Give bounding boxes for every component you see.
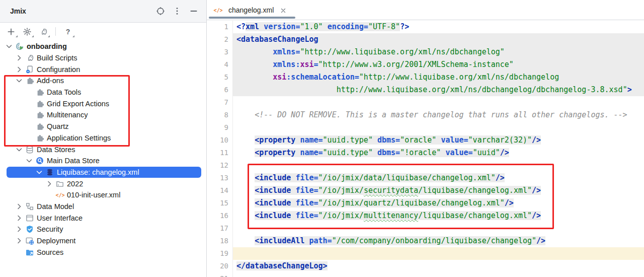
- code-text[interactable]: <property name="uuid.type" dbms="!oracle…: [233, 147, 644, 159]
- tree-item-multitenancy[interactable]: Multitenancy: [0, 109, 206, 121]
- code-text[interactable]: <include file="/io/jmix/data/liquibase/c…: [233, 172, 644, 184]
- code-text[interactable]: <?xml version="1.0" encoding="UTF-8"?>: [233, 21, 644, 33]
- code-text[interactable]: [233, 272, 644, 277]
- code-text[interactable]: [233, 222, 644, 235]
- code-line-9[interactable]: 9: [207, 121, 644, 134]
- line-number: 17: [207, 222, 233, 235]
- gradle-elephant-icon[interactable]: [38, 27, 48, 37]
- code-text[interactable]: [233, 96, 644, 109]
- db-icon: [25, 145, 34, 154]
- code-text[interactable]: [233, 121, 644, 134]
- tree-item-label: Security: [37, 225, 63, 233]
- code-text[interactable]: [233, 247, 644, 260]
- code-line-11[interactable]: 11 <property name="uuid.type" dbms="!ora…: [207, 147, 644, 159]
- tree-item-grid-export-actions[interactable]: Grid Export Actions: [0, 98, 206, 109]
- tree-item-2022[interactable]: 2022: [0, 178, 206, 189]
- tree-item-quartz[interactable]: Quartz: [0, 121, 206, 132]
- help-icon[interactable]: ?: [63, 27, 73, 37]
- code-line-8[interactable]: 8 <!-- DO NOT REMOVE. This is a master c…: [207, 109, 644, 121]
- code-line-19[interactable]: 19: [207, 247, 644, 260]
- code-text[interactable]: http://www.liquibase.org/xml/ns/dbchange…: [233, 84, 644, 96]
- chevron-down-icon[interactable]: [15, 77, 23, 85]
- tab-changelog-xml[interactable]: </> changelog.xml: [213, 6, 287, 15]
- hide-panel-icon[interactable]: [189, 7, 198, 16]
- code-line-20[interactable]: 20</databaseChangeLog>: [207, 260, 644, 272]
- chevron-down-icon[interactable]: [5, 42, 13, 50]
- tree-item-data-tools[interactable]: Data Tools: [0, 87, 206, 98]
- tree-item-onboarding[interactable]: onboarding: [0, 41, 206, 52]
- code-line-21[interactable]: 21: [207, 272, 644, 277]
- svg-text:</>: </>: [214, 7, 222, 13]
- tree-item-application-settings[interactable]: Application Settings: [0, 132, 206, 144]
- add-icon[interactable]: [6, 27, 16, 37]
- code-line-6[interactable]: 6 http://www.liquibase.org/xml/ns/dbchan…: [207, 84, 644, 96]
- tree-item-configuration[interactable]: Configuration: [0, 63, 206, 75]
- code-text[interactable]: <databaseChangeLog: [233, 33, 644, 46]
- panel-title: Jmix: [10, 7, 26, 15]
- tree-item-label: Add-ons: [37, 77, 64, 85]
- code-text[interactable]: xsi:schemaLocation="http://www.liquibase…: [233, 71, 644, 84]
- chevron-down-icon[interactable]: [15, 146, 23, 154]
- tree-item-add-ons[interactable]: Add-ons: [0, 75, 206, 87]
- code-editor[interactable]: 1<?xml version="1.0" encoding="UTF-8"?>2…: [207, 21, 644, 277]
- code-text[interactable]: <include file="/io/jmix/quartz/liquibase…: [233, 197, 644, 210]
- code-line-10[interactable]: 10 <property name="uuid.type" dbms="orac…: [207, 134, 644, 147]
- tree-item-deployment[interactable]: Deployment: [0, 235, 206, 247]
- code-line-14[interactable]: 14 <include file="/io/jmix/securitydata/…: [207, 184, 644, 197]
- chevron-right-icon[interactable]: [15, 225, 23, 233]
- line-number: 5: [207, 71, 233, 84]
- code-line-7[interactable]: 7: [207, 96, 644, 109]
- code-line-2[interactable]: 2<databaseChangeLog: [207, 33, 644, 46]
- tree-item-label: Sources: [37, 248, 63, 256]
- tool-window-header: Jmix: [0, 0, 206, 23]
- code-text[interactable]: <include file="/io/jmix/securitydata/liq…: [233, 184, 644, 197]
- chevron-right-icon[interactable]: [15, 65, 23, 74]
- code-line-1[interactable]: 1<?xml version="1.0" encoding="UTF-8"?>: [207, 21, 644, 33]
- puzzle-icon: [35, 122, 44, 131]
- code-text[interactable]: <!-- DO NOT REMOVE. This is a master cha…: [233, 109, 644, 121]
- close-icon[interactable]: [279, 6, 287, 14]
- tree-item-user-interface[interactable]: User Interface: [0, 212, 206, 224]
- code-line-16[interactable]: 16 <include file="/io/jmix/multitenancy/…: [207, 210, 644, 222]
- code-line-3[interactable]: 3 xmlns="http://www.liquibase.org/xml/ns…: [207, 46, 644, 58]
- code-line-5[interactable]: 5 xsi:schemaLocation="http://www.liquiba…: [207, 71, 644, 84]
- chevron-right-icon[interactable]: [15, 202, 23, 211]
- code-line-13[interactable]: 13 <include file="/io/jmix/data/liquibas…: [207, 172, 644, 184]
- code-text[interactable]: <property name="uuid.type" dbms="oracle"…: [233, 134, 644, 147]
- folder2022-icon: [55, 179, 64, 188]
- locate-icon[interactable]: [156, 7, 165, 16]
- tree-item-main-data-store[interactable]: Main Data Store: [0, 155, 206, 167]
- code-text[interactable]: <includeAll path="/com/company/onboardin…: [233, 235, 644, 247]
- tree-item-data-stores[interactable]: Data Stores: [0, 144, 206, 155]
- jmix-icon: [15, 42, 24, 51]
- code-line-12[interactable]: 12: [207, 159, 644, 172]
- tree-item-label: Multitenancy: [47, 111, 88, 119]
- tree-item-security[interactable]: Security: [0, 224, 206, 235]
- chevron-down-icon[interactable]: [25, 157, 33, 165]
- chevron-right-icon[interactable]: [45, 180, 53, 188]
- code-text[interactable]: xmlns="http://www.liquibase.org/xml/ns/d…: [233, 46, 644, 58]
- puzzle-icon: [25, 76, 34, 85]
- tree-item-sources[interactable]: Sources: [0, 246, 206, 258]
- chevron-down-icon[interactable]: [35, 168, 43, 176]
- chevron-right-icon[interactable]: [15, 54, 23, 62]
- code-text[interactable]: [233, 159, 644, 172]
- editor-area: </> changelog.xml 1<?xml version="1.0" e…: [207, 0, 644, 277]
- code-line-15[interactable]: 15 <include file="/io/jmix/quartz/liquib…: [207, 197, 644, 210]
- code-text[interactable]: xmlns:xsi="http://www.w3.org/2001/XMLSch…: [233, 58, 644, 71]
- line-number: 6: [207, 84, 233, 96]
- code-line-17[interactable]: 17: [207, 222, 644, 235]
- code-line-4[interactable]: 4 xmlns:xsi="http://www.w3.org/2001/XMLS…: [207, 58, 644, 71]
- code-text[interactable]: <include file="/io/jmix/multitenancy/liq…: [233, 210, 644, 222]
- code-text[interactable]: </databaseChangeLog>: [233, 260, 644, 272]
- code-line-18[interactable]: 18 <includeAll path="/com/company/onboar…: [207, 235, 644, 247]
- tree-item-build-scripts[interactable]: Build Scripts: [0, 52, 206, 64]
- chevron-right-icon[interactable]: [15, 214, 23, 222]
- tree-item-label: Configuration: [37, 65, 80, 74]
- settings-gear-icon[interactable]: [22, 27, 32, 37]
- chevron-right-icon[interactable]: [15, 237, 23, 245]
- tree-item-010-init-user-xml[interactable]: </>010-init-user.xml: [0, 189, 206, 201]
- tree-item-data-model[interactable]: Data Model: [0, 201, 206, 213]
- more-options-icon[interactable]: [173, 7, 182, 16]
- tree-item-liquibase-changelog-xml[interactable]: Liquibase: changelog.xml: [7, 167, 201, 178]
